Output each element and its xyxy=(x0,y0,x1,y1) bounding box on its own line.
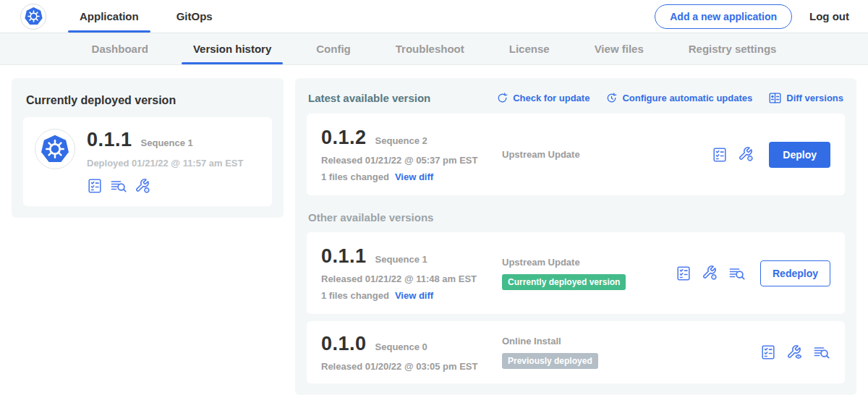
check-for-update-label: Check for update xyxy=(513,93,590,103)
version-actions xyxy=(760,344,830,361)
source-label: Online Install xyxy=(502,336,561,347)
tab-application[interactable]: Application xyxy=(68,0,150,33)
version-info: 0.1.2 Sequence 2 Released 01/21/22 @ 05:… xyxy=(321,127,502,182)
version-source: Upstream Update xyxy=(502,149,712,160)
deployed-timestamp: Deployed 01/21/22 @ 11:57 am EST xyxy=(87,158,243,169)
currently-deployed-panel: Currently deployed version 0.1.1 Sequenc… xyxy=(12,78,284,218)
source-label: Upstream Update xyxy=(502,149,580,160)
tab-application-label: Application xyxy=(80,10,139,22)
currently-deployed-card: 0.1.1 Sequence 1 Deployed 01/21/22 @ 11:… xyxy=(23,117,272,206)
version-actions: Deploy xyxy=(712,142,830,168)
tab-troubleshoot[interactable]: Troubleshoot xyxy=(394,33,466,64)
deployed-actions xyxy=(87,177,243,195)
deployed-info: 0.1.1 Sequence 1 Deployed 01/21/22 @ 11:… xyxy=(87,129,243,195)
checklist-icon[interactable] xyxy=(87,178,103,194)
version-number: 0.1.1 xyxy=(321,245,367,268)
tab-config-label: Config xyxy=(316,43,350,55)
wrench-gear-icon[interactable] xyxy=(702,265,718,281)
redeploy-button[interactable]: Redeploy xyxy=(760,260,830,286)
logout-button[interactable]: Log out xyxy=(809,10,849,22)
tab-view-files-label: View files xyxy=(595,43,644,55)
released-timestamp: Released 01/21/22 @ 11:48 am EST xyxy=(321,273,502,284)
tab-config[interactable]: Config xyxy=(315,33,352,64)
version-actions: Redeploy xyxy=(676,260,830,286)
tab-license-label: License xyxy=(509,43,550,55)
app-tabs: Application GitOps xyxy=(68,0,224,33)
wrench-gear-icon[interactable] xyxy=(738,146,754,163)
checklist-icon[interactable] xyxy=(676,265,692,281)
check-for-update-link[interactable]: Check for update xyxy=(496,92,590,104)
wrench-gear-icon[interactable] xyxy=(135,178,151,195)
version-card-0.1.2: 0.1.2 Sequence 2 Released 01/21/22 @ 05:… xyxy=(307,114,845,195)
previously-deployed-badge: Previously deployed xyxy=(502,353,598,369)
checklist-icon[interactable] xyxy=(760,344,776,360)
version-sequence: Sequence 2 xyxy=(375,135,427,146)
diff-versions-link[interactable]: Diff versions xyxy=(768,91,843,105)
version-card-0.1.0: 0.1.0 Sequence 0 Released 01/20/22 @ 03:… xyxy=(307,321,845,383)
refresh-icon xyxy=(496,92,509,104)
tab-troubleshoot-label: Troubleshoot xyxy=(396,43,464,55)
version-source: Online Install Previously deployed xyxy=(502,336,760,369)
view-diff-link[interactable]: View diff xyxy=(395,290,433,301)
version-sequence: Sequence 0 xyxy=(375,341,427,352)
tab-view-files[interactable]: View files xyxy=(593,33,645,64)
diff-icon xyxy=(768,91,782,105)
version-sequence: Sequence 1 xyxy=(375,254,427,265)
tab-gitops[interactable]: GitOps xyxy=(165,0,224,33)
version-number: 0.1.0 xyxy=(321,333,367,355)
version-card-0.1.1: 0.1.1 Sequence 1 Released 01/21/22 @ 11:… xyxy=(307,232,845,314)
logs-icon[interactable] xyxy=(728,265,746,282)
add-new-application-button[interactable]: Add a new application xyxy=(655,4,792,29)
tab-version-history-label: Version history xyxy=(193,43,271,55)
wrench-eye-icon[interactable] xyxy=(786,344,803,361)
tab-dashboard[interactable]: Dashboard xyxy=(90,33,150,64)
tab-version-history[interactable]: Version history xyxy=(192,33,273,64)
view-diff-link[interactable]: View diff xyxy=(395,171,433,182)
logs-icon[interactable] xyxy=(110,177,127,195)
app-icon xyxy=(35,129,75,169)
tab-dashboard-label: Dashboard xyxy=(92,43,148,55)
tab-registry-settings[interactable]: Registry settings xyxy=(687,33,778,64)
files-changed: 1 files changed xyxy=(321,171,389,182)
app-subnav: Dashboard Version history Config Trouble… xyxy=(0,33,868,65)
schedule-icon xyxy=(605,92,618,104)
versions-panel-header: Latest available version Check for updat… xyxy=(307,88,845,114)
checklist-icon[interactable] xyxy=(712,147,728,163)
version-source: Upstream Update Currently deployed versi… xyxy=(502,257,676,290)
main-content: Currently deployed version 0.1.1 Sequenc… xyxy=(0,65,868,408)
configure-automatic-updates-link[interactable]: Configure automatic updates xyxy=(605,92,752,104)
versions-panel: Latest available version Check for updat… xyxy=(295,78,856,395)
tab-registry-settings-label: Registry settings xyxy=(689,43,777,55)
version-number: 0.1.2 xyxy=(321,127,367,149)
source-label: Upstream Update xyxy=(502,257,580,268)
tab-license[interactable]: License xyxy=(508,33,551,64)
currently-deployed-badge: Currently deployed version xyxy=(502,274,626,290)
deployed-version-number: 0.1.1 xyxy=(87,129,132,151)
other-available-title: Other available versions xyxy=(307,195,845,232)
diff-versions-label: Diff versions xyxy=(786,93,843,103)
logs-icon[interactable] xyxy=(813,344,830,361)
topnav-right: Add a new application Log out xyxy=(655,4,849,29)
version-info: 0.1.0 Sequence 0 Released 01/20/22 @ 03:… xyxy=(321,333,502,372)
top-navbar: Application GitOps Add a new application… xyxy=(0,0,868,33)
kubernetes-logo xyxy=(20,4,46,30)
tab-gitops-label: GitOps xyxy=(176,10,213,22)
files-changed: 1 files changed xyxy=(321,290,389,301)
deploy-button[interactable]: Deploy xyxy=(769,142,830,168)
released-timestamp: Released 01/20/22 @ 03:05 pm EST xyxy=(321,361,502,372)
released-timestamp: Released 01/21/22 @ 05:37 pm EST xyxy=(321,155,502,166)
versions-actions: Check for update Configure automatic upd… xyxy=(496,91,843,105)
deployed-sequence: Sequence 1 xyxy=(141,137,193,148)
configure-automatic-updates-label: Configure automatic updates xyxy=(622,93,752,103)
latest-available-title: Latest available version xyxy=(308,92,430,104)
version-info: 0.1.1 Sequence 1 Released 01/21/22 @ 11:… xyxy=(321,245,502,301)
currently-deployed-title: Currently deployed version xyxy=(23,90,272,117)
